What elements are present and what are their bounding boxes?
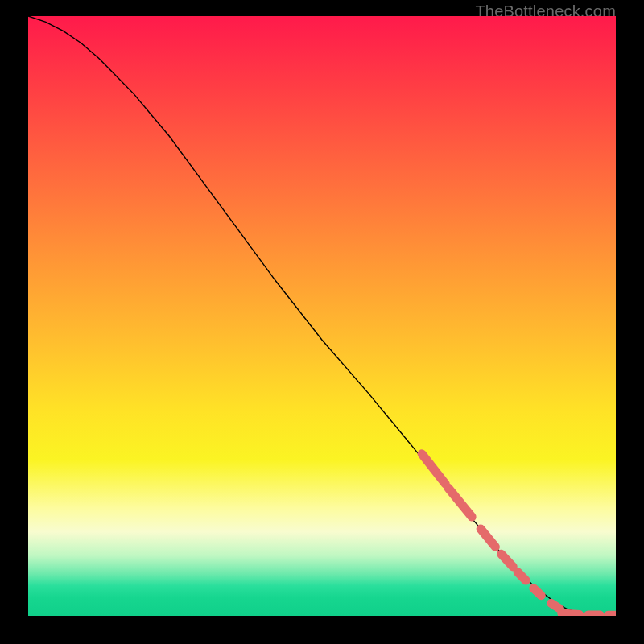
highlight-dash <box>551 603 559 608</box>
curve-line <box>28 16 616 615</box>
highlight-dashes <box>422 454 616 615</box>
highlight-dash <box>422 454 445 484</box>
chart-overlay <box>28 16 616 616</box>
highlight-dash <box>518 572 526 580</box>
chart-frame: TheBottleneck.com <box>0 0 644 644</box>
highlight-dash <box>562 613 580 614</box>
highlight-dash <box>502 554 514 567</box>
main-curve <box>28 16 616 615</box>
highlight-dash <box>448 488 472 517</box>
highlight-dash <box>534 588 541 596</box>
plot-area <box>28 16 616 616</box>
highlight-dash <box>481 529 495 547</box>
